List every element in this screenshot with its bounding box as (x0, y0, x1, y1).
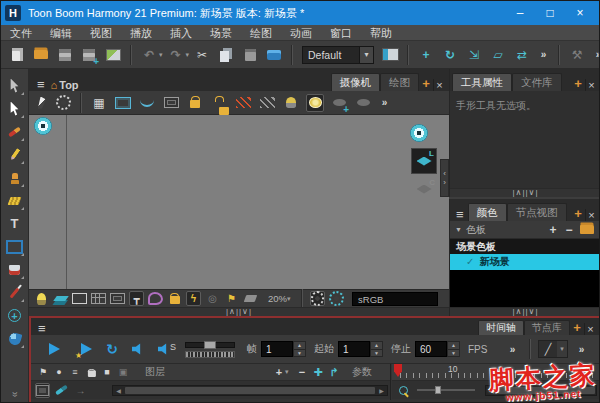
paint-tool[interactable] (5, 260, 25, 280)
menu-view[interactable]: 视图 (81, 25, 121, 41)
palette-list-item[interactable]: ✓ 新场景 (450, 254, 600, 270)
start-stepper[interactable]: ▲▼ (370, 341, 383, 357)
tab-camera[interactable]: 摄像机 (331, 73, 381, 91)
panel-collapse-control[interactable]: |∧||∨| (450, 307, 600, 316)
scroll-right-icon[interactable]: ▶ (376, 387, 387, 394)
sound-button[interactable] (129, 340, 147, 358)
eye-icon[interactable] (32, 115, 54, 137)
close-view-button[interactable]: × (433, 79, 445, 91)
add-layer-dropdown-icon[interactable]: ▾ (285, 368, 293, 376)
add-view-button[interactable]: + (419, 76, 433, 91)
stop-input[interactable] (415, 341, 447, 357)
eraser-tool[interactable] (5, 191, 25, 211)
zoom-slider-handle[interactable] (435, 386, 441, 394)
redo-icon[interactable]: ↷ (167, 46, 185, 64)
tab-node-library[interactable]: 节点库 (524, 320, 570, 335)
solo-icon[interactable]: ● (53, 366, 66, 379)
sidebar-collapse-icon[interactable]: « (9, 392, 20, 398)
panel-menu-icon[interactable]: ≡ (452, 209, 468, 221)
gear-icon[interactable] (54, 94, 72, 112)
tab-timeline[interactable]: 时间轴 (478, 320, 524, 335)
zoom-dropdown-icon[interactable]: ▾ (287, 295, 295, 303)
panel-collapse-control[interactable]: |∧||∨| (29, 307, 449, 316)
lasso-icon[interactable] (148, 291, 163, 306)
cut-icon[interactable]: ✂ (193, 46, 211, 64)
undo-dropdown-icon[interactable]: ▾ (159, 51, 163, 59)
outline-rect-icon[interactable] (72, 291, 87, 306)
stop-stepper[interactable]: ▲▼ (447, 341, 460, 357)
zoom-level[interactable]: 20% (268, 293, 287, 304)
loop-button[interactable]: ↻ (103, 340, 121, 358)
add-layer-icon[interactable]: + (273, 366, 286, 379)
grabber-tool[interactable] (5, 306, 25, 326)
minimize-button[interactable]: – (505, 2, 535, 24)
save-icon[interactable] (56, 46, 74, 64)
close-view-button[interactable]: × (585, 209, 597, 221)
lock-icon[interactable] (186, 94, 204, 112)
paste-icon[interactable] (241, 46, 259, 64)
ease-type-button[interactable]: ╱ ▾ (538, 340, 568, 358)
bulb-icon[interactable] (34, 291, 49, 306)
sound-scrub-button[interactable]: S (155, 340, 173, 358)
rotate-icon[interactable]: ↻ (441, 46, 459, 64)
frame-stepper[interactable]: ▲▼ (293, 341, 306, 357)
timeline-zoom-slider[interactable] (417, 385, 475, 395)
spin-down-icon[interactable]: ▼ (294, 350, 305, 358)
menu-drawing[interactable]: 绘图 (241, 25, 281, 41)
brush-tool[interactable] (5, 122, 25, 142)
tab-library[interactable]: 文件库 (512, 73, 562, 91)
data-view-icon[interactable]: ⚑ (37, 366, 50, 379)
toolbar-overflow-icon[interactable]: » (377, 95, 392, 110)
flip-icon[interactable]: ⇄ (513, 46, 531, 64)
film-icon[interactable] (35, 383, 50, 398)
stamp-tool[interactable] (5, 168, 25, 188)
thumbnail-icon[interactable]: ■ (101, 366, 114, 379)
scroll-left-icon[interactable]: ◀ (113, 387, 124, 394)
panel-collapse-control[interactable]: |∧||∨| (450, 188, 600, 197)
brush-teal-icon[interactable] (54, 383, 69, 398)
menu-window[interactable]: 窗口 (321, 25, 361, 41)
play-button[interactable] (45, 340, 63, 358)
frame-marker-icon[interactable]: ▣ (117, 366, 130, 379)
workspace-preset-dropdown[interactable]: Default ▾ (302, 46, 374, 64)
workspace-layout-icon[interactable] (381, 46, 399, 64)
instant-render-icon[interactable]: ϟ (186, 291, 201, 306)
redo-dropdown-icon[interactable]: ▾ (186, 51, 190, 59)
table-grid-icon[interactable] (91, 291, 106, 306)
camera-mask-icon[interactable] (162, 94, 180, 112)
render-play-button[interactable]: ★ (77, 340, 95, 358)
eraser-gray-icon[interactable] (243, 291, 258, 306)
menu-help[interactable]: 帮助 (361, 25, 401, 41)
hand-tool[interactable] (5, 329, 25, 349)
start-input[interactable] (338, 341, 370, 357)
field-guide-icon[interactable] (138, 94, 156, 112)
menu-edit[interactable]: 编辑 (41, 25, 81, 41)
lock-add-icon[interactable] (210, 94, 228, 112)
select-tool[interactable] (5, 76, 25, 96)
skew-icon[interactable]: ▱ (489, 46, 507, 64)
spin-up-icon[interactable]: ▲ (294, 342, 305, 350)
add-view-button[interactable]: + (571, 206, 585, 221)
toolbar-overflow-icon[interactable]: » (536, 47, 551, 62)
oval-add-icon[interactable] (330, 94, 348, 112)
gear-teal-icon[interactable] (329, 291, 344, 306)
tsquare-icon[interactable]: ┳ (129, 291, 144, 306)
tab-tool-properties[interactable]: 工具属性 (452, 73, 512, 91)
spin-up-icon[interactable]: ▲ (448, 342, 459, 350)
panel-menu-icon[interactable]: ≡ (33, 79, 49, 91)
layer-view-toggle[interactable]: L (411, 148, 437, 174)
frames-horizontal-scrollbar[interactable]: ◀ (485, 385, 597, 396)
color-space-field[interactable]: sRGB (352, 292, 438, 306)
add-view-button[interactable]: + (571, 76, 585, 91)
layers-horizontal-scrollbar[interactable]: ◀ ▶ (112, 385, 388, 396)
tab-drawing[interactable]: 绘图 (380, 73, 419, 91)
tab-color[interactable]: 颜色 (468, 203, 507, 221)
dropper-tool[interactable] (5, 283, 25, 303)
light-table-icon[interactable] (306, 94, 324, 112)
volume-slider[interactable] (185, 341, 235, 358)
close-button[interactable]: × (565, 2, 595, 24)
chevron-down-icon[interactable]: ▾ (557, 341, 567, 357)
lock-small-icon[interactable] (167, 291, 182, 306)
grid-icon[interactable]: ▦ (90, 94, 108, 112)
volume-handle[interactable] (204, 341, 216, 349)
